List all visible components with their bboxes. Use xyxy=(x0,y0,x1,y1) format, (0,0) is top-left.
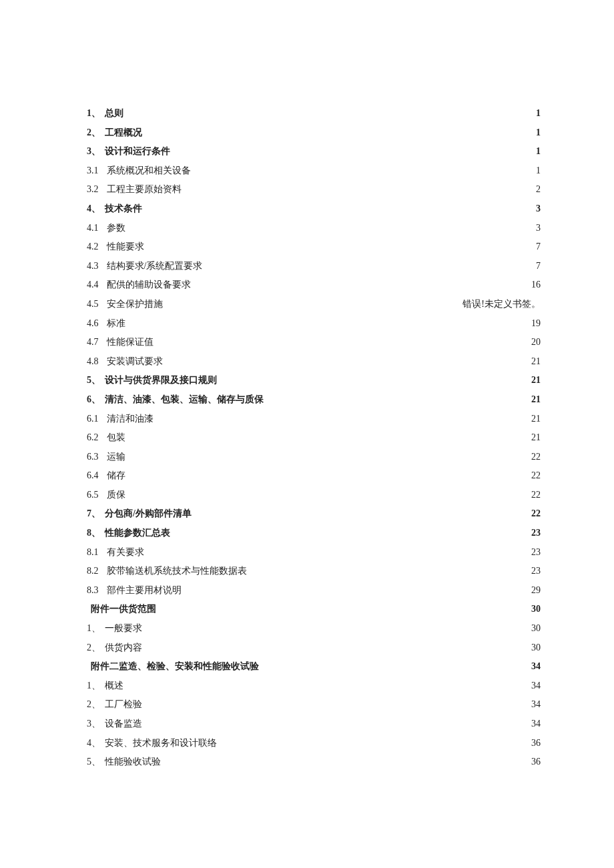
toc-page: 36 xyxy=(530,755,541,769)
toc-page: 21 xyxy=(530,393,541,406)
toc-title: 安装调试要求 xyxy=(107,355,163,368)
toc-entry[interactable]: 3、设备监造34 xyxy=(87,717,541,731)
toc-page: 21 xyxy=(530,431,541,444)
toc-title: 清洁、油漆、包装、运输、储存与质保 xyxy=(105,393,264,406)
toc-entry[interactable]: 8.2胶带输送机系统技术与性能数据表23 xyxy=(87,564,541,578)
toc-title: 配供的辅助设备要求 xyxy=(107,278,191,292)
toc-entry[interactable]: 附件二监造、检验、安装和性能验收试验34 xyxy=(87,660,541,673)
toc-page: 21 xyxy=(530,374,541,387)
toc-entry[interactable]: 附件一供货范围30 xyxy=(87,602,541,616)
toc-title: 供货内容 xyxy=(105,641,142,655)
toc-title: 有关要求 xyxy=(107,546,144,559)
toc-page: 34 xyxy=(530,679,541,693)
toc-page: 23 xyxy=(530,546,541,559)
toc-page: 错误!未定义书签。 xyxy=(463,298,541,311)
toc-number: 1、 xyxy=(87,107,105,120)
toc-entry[interactable]: 4.6标准19 xyxy=(87,317,541,330)
toc-page: 16 xyxy=(530,278,541,292)
toc-entry[interactable]: 5、设计与供货界限及接口规则21 xyxy=(87,374,541,387)
toc-title: 附件二监造、检验、安装和性能验收试验 xyxy=(91,660,259,673)
toc-number: 4.1 xyxy=(87,222,107,235)
toc-number: 2、 xyxy=(87,641,105,655)
toc-entry[interactable]: 4.7性能保证值20 xyxy=(87,336,541,349)
toc-number: 6.3 xyxy=(87,450,107,464)
toc-page: 30 xyxy=(530,641,541,655)
toc-entry[interactable]: 3.1系统概况和相关设备1 xyxy=(87,164,541,177)
toc-number: 8.1 xyxy=(87,546,107,559)
toc-entry[interactable]: 1、一般要求30 xyxy=(87,622,541,635)
toc-entry[interactable]: 6.5质保22 xyxy=(87,488,541,502)
toc-entry[interactable]: 4.8安装调试要求21 xyxy=(87,355,541,368)
toc-entry[interactable]: 6.1清洁和油漆21 xyxy=(87,412,541,426)
toc-title: 胶带输送机系统技术与性能数据表 xyxy=(107,564,247,578)
toc-page: 7 xyxy=(530,260,541,273)
toc-page: 30 xyxy=(530,622,541,635)
toc-number: 3、 xyxy=(87,717,105,731)
toc-title: 性能验收试验 xyxy=(105,755,161,769)
toc-title: 设计和运行条件 xyxy=(105,145,170,158)
toc-title: 设备监造 xyxy=(105,717,142,731)
toc-entry[interactable]: 4.3结构要求/系统配置要求7 xyxy=(87,260,541,273)
toc-entry[interactable]: 1、总则1 xyxy=(87,107,541,120)
toc-page: 7 xyxy=(530,240,541,254)
toc-number: 8.3 xyxy=(87,584,107,597)
toc-entry[interactable]: 3、设计和运行条件1 xyxy=(87,145,541,158)
toc-page: 34 xyxy=(530,660,541,673)
toc-entry[interactable]: 6.4储存22 xyxy=(87,469,541,482)
toc-number: 6、 xyxy=(87,393,105,406)
toc-title: 性能参数汇总表 xyxy=(105,526,170,540)
toc-entry[interactable]: 6、清洁、油漆、包装、运输、储存与质保21 xyxy=(87,393,541,406)
toc-page: 1 xyxy=(530,145,541,158)
toc-entry[interactable]: 7、分包商/外购部件清单22 xyxy=(87,507,541,520)
toc-title: 技术条件 xyxy=(105,202,142,215)
toc-number: 4.5 xyxy=(87,298,107,311)
toc-title: 工程概况 xyxy=(105,126,142,139)
toc-page: 22 xyxy=(530,450,541,464)
toc-title: 部件主要用材说明 xyxy=(107,584,182,597)
toc-entry[interactable]: 4.5安全保护措施错误!未定义书签。 xyxy=(87,298,541,311)
toc-page: 23 xyxy=(530,564,541,578)
toc-title: 总则 xyxy=(105,107,123,120)
toc-entry[interactable]: 6.2包装21 xyxy=(87,431,541,444)
toc-number: 3.2 xyxy=(87,183,107,196)
toc-entry[interactable]: 4.4配供的辅助设备要求16 xyxy=(87,278,541,292)
toc-page: 34 xyxy=(530,698,541,711)
toc-entry[interactable]: 8.1有关要求23 xyxy=(87,546,541,559)
toc-page: 30 xyxy=(530,602,541,616)
toc-entry[interactable]: 5、性能验收试验36 xyxy=(87,755,541,769)
toc-number: 1、 xyxy=(87,679,105,693)
toc-entry[interactable]: 4、技术条件3 xyxy=(87,202,541,215)
toc-page: 1 xyxy=(530,164,541,177)
toc-entry[interactable]: 3.2工程主要原始资料2 xyxy=(87,183,541,196)
toc-number: 5、 xyxy=(87,374,105,387)
toc-number: 4.8 xyxy=(87,355,107,368)
toc-entry[interactable]: 2、工程概况1 xyxy=(87,126,541,139)
toc-number: 4、 xyxy=(87,202,105,215)
toc-title: 工程主要原始资料 xyxy=(107,183,182,196)
toc-number: 6.4 xyxy=(87,469,107,482)
toc-number: 4.2 xyxy=(87,240,107,254)
toc-entry[interactable]: 4.1参数3 xyxy=(87,222,541,235)
toc-page: 29 xyxy=(530,584,541,597)
toc-number: 6.5 xyxy=(87,488,107,502)
toc-number: 8、 xyxy=(87,526,105,540)
toc-entry[interactable]: 4、安装、技术服务和设计联络36 xyxy=(87,737,541,750)
toc-entry[interactable]: 6.3运输22 xyxy=(87,450,541,464)
toc-title: 包装 xyxy=(107,431,125,444)
toc-title: 安全保护措施 xyxy=(107,298,163,311)
toc-title: 设计与供货界限及接口规则 xyxy=(105,374,217,387)
toc-entry[interactable]: 2、工厂检验34 xyxy=(87,698,541,711)
toc-entry[interactable]: 8.3部件主要用材说明29 xyxy=(87,584,541,597)
toc-title: 运输 xyxy=(107,450,125,464)
toc-page: 1 xyxy=(530,107,541,120)
toc-entry[interactable]: 1、概述34 xyxy=(87,679,541,693)
toc-title: 系统概况和相关设备 xyxy=(107,164,191,177)
toc-container: 1、总则12、工程概况13、设计和运行条件13.1系统概况和相关设备13.2工程… xyxy=(87,107,541,769)
toc-entry[interactable]: 2、供货内容30 xyxy=(87,641,541,655)
toc-page: 20 xyxy=(530,336,541,349)
toc-entry[interactable]: 4.2性能要求7 xyxy=(87,240,541,254)
toc-number: 4.4 xyxy=(87,278,107,292)
toc-entry[interactable]: 8、性能参数汇总表23 xyxy=(87,526,541,540)
toc-number: 4.7 xyxy=(87,336,107,349)
toc-page: 19 xyxy=(530,317,541,330)
